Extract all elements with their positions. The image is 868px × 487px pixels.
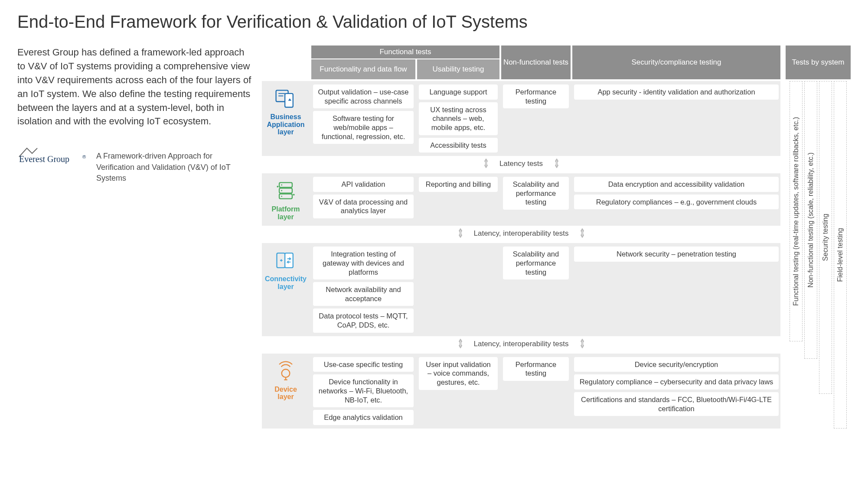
between-row: ⇕Latency, interoperability tests⇕	[262, 336, 780, 352]
intro-text: Everest Group has defined a framework-le…	[17, 45, 251, 128]
between-row: ⇕Latency tests⇕	[262, 156, 780, 172]
system-test-label: Functional testing (real-time updates, s…	[792, 117, 800, 306]
svg-point-12	[281, 196, 282, 197]
cell-business-nonfunctional: Performance testing	[501, 84, 571, 153]
pill: Integration testing of gateway with devi…	[313, 247, 414, 279]
cell-business-functionality: Output validation – use-case specific ac…	[311, 84, 415, 153]
everest-group-logo-icon: Everest Group ®	[17, 144, 91, 164]
pill: V&V of data processing and analytics lay…	[313, 195, 414, 218]
cell-device-usability: User input validation – voice commands, …	[417, 357, 499, 425]
cell-connectivity-functionality: Integration testing of gateway with devi…	[311, 247, 415, 332]
cell-connectivity-usability	[417, 247, 499, 332]
header-tests-by-system: Tests by system	[786, 45, 851, 79]
header-nonfunctional: Non-functional tests	[501, 45, 571, 79]
system-test-label: Security testing	[822, 214, 829, 261]
cell-connectivity-security: Network security – penetration testing	[572, 247, 780, 332]
layer-row-device: DevicelayerUse-case specific testingDevi…	[262, 354, 780, 429]
pill: Output validation – use-case specific ac…	[313, 84, 414, 108]
pill: Scalability and performance testing	[503, 247, 569, 279]
logo-block: Everest Group ® A Framework-driven Appro…	[17, 144, 251, 184]
pill: Regulatory compliances – e.g., governmen…	[574, 195, 779, 210]
pill: Language support	[419, 84, 498, 100]
between-label: Latency, interoperability tests	[474, 229, 569, 238]
svg-point-13	[277, 186, 278, 188]
between-row: ⇕Latency, interoperability tests⇕	[262, 226, 780, 241]
layer-icon-connectivity: Connectivitylayer	[262, 247, 310, 332]
header-functional-group: Functional tests	[311, 45, 499, 58]
pill: User input validation – voice commands, …	[419, 357, 498, 390]
svg-rect-16	[285, 253, 293, 268]
cell-platform-usability: Reporting and billing	[417, 177, 499, 222]
cell-device-functionality: Use-case specific testingDevice function…	[311, 357, 415, 425]
pill: Edge analytics validation	[313, 410, 414, 425]
header-functionality: Functionality and data flow	[311, 59, 415, 79]
pill: Performance testing	[503, 357, 569, 381]
system-test-column: Functional testing (real-time updates, s…	[790, 81, 803, 341]
pill: Network availability and acceptance	[313, 282, 414, 306]
svg-point-14	[293, 194, 295, 196]
pill: Device functionality in networks – Wi-Fi…	[313, 374, 414, 407]
cell-platform-security: Data encryption and accessibility valida…	[572, 177, 780, 222]
logo-caption: A Framework-driven Approach for Verifica…	[96, 144, 251, 184]
layer-row-connectivity: ConnectivitylayerIntegration testing of …	[262, 243, 780, 336]
system-test-column: Non-functional testing (scale, reliabili…	[804, 81, 817, 359]
pill: Network security – penetration testing	[574, 247, 779, 262]
cell-device-security: Device security/encryptionRegulatory com…	[572, 357, 780, 425]
svg-text:®: ®	[82, 154, 86, 159]
cell-device-nonfunctional: Performance testing	[501, 357, 571, 425]
layer-icon-platform: Platformlayer	[262, 177, 310, 222]
pill: Software testing for web/mobile apps – f…	[313, 111, 414, 144]
pill: Certifications and standards – FCC, Blue…	[574, 392, 779, 416]
pill: Regulatory compliance – cybersecurity an…	[574, 374, 779, 390]
pill: UX testing across channels – web, mobile…	[419, 102, 498, 135]
layer-icon-device: Devicelayer	[262, 357, 310, 425]
cell-business-usability: Language supportUX testing across channe…	[417, 84, 499, 153]
pill: Use-case specific testing	[313, 357, 414, 372]
between-label: Latency tests	[499, 159, 543, 168]
header-security: Security/compliance testing	[572, 45, 780, 79]
cell-business-security: App security - identity validation and a…	[572, 84, 780, 153]
pill: Accessibility tests	[419, 138, 498, 153]
system-test-column: Security testing	[819, 81, 832, 394]
cell-platform-nonfunctional: Scalability and performance testing	[501, 177, 571, 222]
system-test-label: Field-level testing	[836, 228, 844, 282]
pill: App security - identity validation and a…	[574, 84, 779, 100]
layer-row-business: Business ApplicationlayerOutput validati…	[262, 81, 780, 156]
page-title: End-to-End Framework for Verification & …	[17, 12, 851, 32]
between-label: Latency, interoperability tests	[474, 340, 569, 348]
svg-point-17	[282, 369, 290, 377]
svg-text:Everest Group: Everest Group	[19, 154, 69, 164]
pill: Reporting and billing	[419, 177, 498, 192]
framework-grid: Functional tests Functionality and data …	[262, 45, 780, 429]
pill: Device security/encryption	[574, 357, 779, 372]
pill: API validation	[313, 177, 414, 192]
system-test-column: Field-level testing	[834, 81, 847, 429]
pill: Data encryption and accessibility valida…	[574, 177, 779, 192]
svg-point-11	[281, 190, 282, 192]
svg-point-10	[281, 185, 282, 186]
system-test-label: Non-functional testing (scale, reliabili…	[807, 153, 815, 288]
cell-platform-functionality: API validationV&V of data processing and…	[311, 177, 415, 222]
layer-icon-business: Business Applicationlayer	[262, 84, 310, 153]
header-usability: Usability testing	[417, 59, 499, 79]
pill: Performance testing	[503, 84, 569, 108]
pill: Data protocol tests – MQTT, CoAP, DDS, e…	[313, 308, 414, 332]
cell-connectivity-nonfunctional: Scalability and performance testing	[501, 247, 571, 332]
layer-row-platform: PlatformlayerAPI validationV&V of data p…	[262, 173, 780, 226]
pill: Scalability and performance testing	[503, 177, 569, 210]
